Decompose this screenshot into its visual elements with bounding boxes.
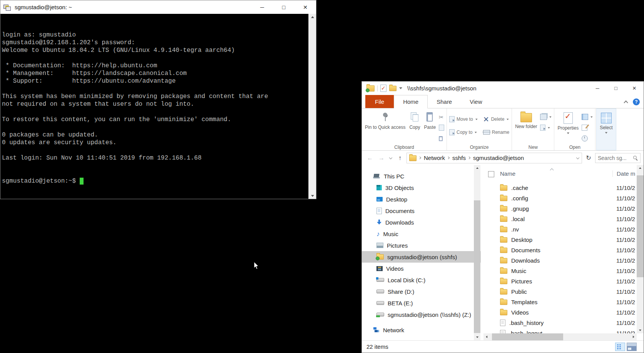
file-row[interactable]: .bash_logout11/10/2: [481, 328, 637, 333]
new-folder-shortcut-icon[interactable]: [389, 86, 396, 91]
sidebar-item[interactable]: Desktop: [362, 193, 481, 205]
scroll-down-icon[interactable]: [474, 334, 480, 340]
scrollbar-thumb[interactable]: [492, 333, 563, 340]
terminal-scrollbar[interactable]: [308, 14, 316, 199]
refresh-button[interactable]: ↻: [584, 153, 594, 163]
edit-button[interactable]: [582, 123, 593, 132]
file-row[interactable]: Pictures11/10/2: [481, 276, 637, 286]
open-panel-button[interactable]: [582, 113, 593, 121]
file-row[interactable]: Downloads11/10/2: [481, 255, 637, 266]
properties-shortcut-icon[interactable]: [380, 85, 386, 92]
file-row[interactable]: .nv11/10/2: [481, 224, 637, 235]
sidebar-item[interactable]: Documents: [362, 205, 481, 216]
back-button[interactable]: ←: [365, 153, 375, 163]
file-row[interactable]: Templates11/10/2: [481, 297, 637, 307]
sidebar-item[interactable]: 3D Objects: [362, 182, 481, 193]
rename-button[interactable]: Rename: [483, 128, 509, 137]
easy-access-button[interactable]: [540, 123, 552, 132]
paste-shortcut-button[interactable]: [439, 134, 444, 143]
sidebar-scrollbar[interactable]: [474, 165, 480, 340]
history-button[interactable]: [582, 134, 593, 143]
file-list-vertical-scrollbar[interactable]: [637, 165, 644, 333]
file-date: 11/10/2: [616, 216, 635, 222]
file-row[interactable]: Desktop11/10/2: [481, 235, 637, 245]
large-icons-view-button[interactable]: [627, 343, 637, 351]
scroll-right-icon[interactable]: [630, 333, 637, 340]
explorer-close-button[interactable]: ✕: [625, 82, 644, 95]
breadcrumb-network[interactable]: Network: [424, 155, 445, 161]
customize-toolbar-chevron-icon[interactable]: [399, 87, 402, 90]
help-icon[interactable]: ?: [633, 98, 640, 105]
putty-maximize-button[interactable]: □: [273, 0, 294, 14]
scroll-up-icon[interactable]: [309, 14, 316, 20]
sidebar-item[interactable]: This PC: [362, 170, 481, 182]
copy-path-button[interactable]: [439, 123, 444, 132]
copy-to-button[interactable]: Copy to: [449, 128, 478, 137]
properties-button[interactable]: Properties: [555, 110, 580, 135]
sidebar-item[interactable]: sgmustadio@jetson (\\sshfs) (Z:): [362, 309, 481, 320]
file-row[interactable]: Public11/10/2: [481, 286, 637, 297]
tab-share[interactable]: Share: [428, 95, 461, 108]
column-header-name[interactable]: Name: [500, 170, 515, 177]
sidebar-item[interactable]: Videos: [362, 263, 481, 274]
sidebar-item[interactable]: Music: [362, 228, 481, 240]
scroll-left-icon[interactable]: [483, 333, 490, 340]
select-button[interactable]: Select: [598, 111, 614, 134]
explorer-minimize-button[interactable]: ─: [588, 82, 607, 95]
putty-close-button[interactable]: ✕: [294, 0, 316, 14]
file-row[interactable]: .local11/10/2: [481, 214, 637, 224]
tab-view[interactable]: View: [461, 95, 491, 108]
breadcrumb-current-folder[interactable]: sgmustadio@jetson: [473, 155, 524, 161]
file-row[interactable]: .bash_history11/10/2: [481, 318, 637, 328]
minimize-ribbon-icon[interactable]: [624, 100, 627, 103]
file-row[interactable]: .config11/10/2: [481, 193, 637, 203]
sidebar-item[interactable]: BETA (E:): [362, 297, 481, 309]
column-header-date-modified[interactable]: Date m: [612, 170, 635, 177]
tab-home[interactable]: Home: [394, 95, 428, 108]
navigation-bar: ← → ↑ Network sshfs sgmustadio@jetson ↻ …: [362, 151, 644, 165]
forward-button[interactable]: →: [376, 153, 386, 163]
address-bar[interactable]: Network sshfs sgmustadio@jetson: [406, 153, 582, 163]
pin-to-quick-access-button[interactable]: Pin to Quick access: [363, 110, 407, 130]
address-dropdown-chevron-icon[interactable]: [576, 157, 579, 160]
file-row[interactable]: Music11/10/2: [481, 266, 637, 276]
sidebar-item[interactable]: Pictures: [362, 240, 481, 251]
copy-button[interactable]: Copy: [407, 110, 422, 130]
move-to-button[interactable]: Move to: [449, 115, 478, 123]
sidebar-item[interactable]: sgmustadio@jetson (sshfs): [362, 251, 481, 263]
sidebar-item[interactable]: Downloads: [362, 216, 481, 228]
scroll-up-icon[interactable]: [474, 165, 480, 172]
search-box[interactable]: Search sg...: [595, 153, 641, 163]
sidebar-item[interactable]: Network: [362, 324, 481, 336]
recent-locations-button[interactable]: [388, 153, 393, 163]
putty-titlebar[interactable]: sgmustadio@jetson: ~ ─ □ ✕: [0, 0, 316, 14]
scrollbar-thumb[interactable]: [637, 175, 644, 277]
details-view-button[interactable]: [615, 343, 625, 351]
new-folder-button[interactable]: New folder: [513, 110, 539, 129]
breadcrumb-sshfs[interactable]: sshfs: [452, 155, 466, 161]
file-row[interactable]: .cache11/10/2: [481, 183, 637, 193]
scroll-up-icon[interactable]: [637, 165, 644, 172]
explorer-maximize-button[interactable]: □: [607, 82, 625, 95]
putty-minimize-button[interactable]: ─: [251, 0, 273, 14]
cut-button[interactable]: ✂: [439, 113, 444, 121]
up-button[interactable]: ↑: [395, 153, 405, 163]
delete-button[interactable]: ✕ Delete: [483, 115, 509, 123]
file-row[interactable]: Documents11/10/2: [481, 245, 637, 255]
scroll-down-icon[interactable]: [309, 193, 316, 199]
explorer-titlebar[interactable]: \\sshfs\sgmustadio@jetson ─ □ ✕: [362, 82, 644, 95]
sidebar-item[interactable]: Share (D:): [362, 286, 481, 297]
search-icon[interactable]: [633, 155, 638, 160]
new-item-button[interactable]: [540, 113, 552, 121]
file-row[interactable]: Videos11/10/2: [481, 307, 637, 318]
sidebar-item[interactable]: Local Disk (C:): [362, 274, 481, 286]
sidebar-item-label: Network: [383, 327, 404, 333]
scroll-down-icon[interactable]: [637, 327, 644, 333]
scrollbar-thumb[interactable]: [474, 200, 480, 333]
file-list-horizontal-scrollbar[interactable]: [483, 333, 637, 340]
tab-file[interactable]: File: [365, 95, 394, 108]
paste-button[interactable]: Paste: [422, 110, 438, 130]
file-row[interactable]: .gnupg11/10/2: [481, 203, 637, 214]
terminal-screen[interactable]: login as: sgmustadio sgmustadio@192.168.…: [0, 14, 316, 199]
select-all-checkbox[interactable]: [488, 171, 494, 177]
